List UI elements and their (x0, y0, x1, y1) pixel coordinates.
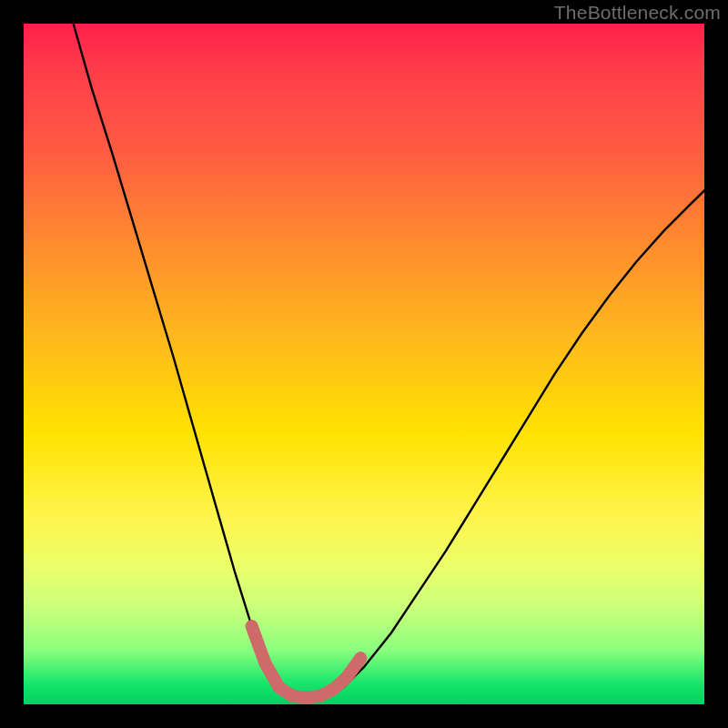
watermark-text: TheBottleneck.com (554, 2, 721, 24)
bottleneck-curve (74, 24, 704, 698)
valley-highlight (252, 626, 361, 698)
chart-svg (24, 24, 704, 704)
plot-area (24, 24, 704, 704)
chart-frame: TheBottleneck.com (0, 0, 728, 728)
